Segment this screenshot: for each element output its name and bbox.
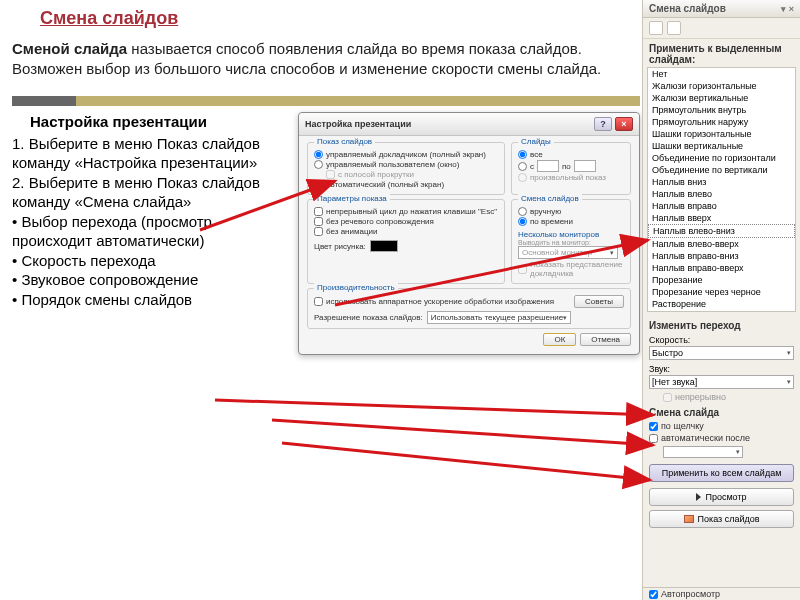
check-scrollbar: с полосой прокрутки (326, 170, 498, 179)
speed-select[interactable]: Быстро▾ (649, 346, 794, 360)
radio-auto[interactable]: автоматический (полный экран) (314, 180, 498, 189)
help-icon[interactable]: ? (594, 117, 612, 131)
transition-item[interactable]: Наплыв вниз (648, 176, 795, 188)
sound-select[interactable]: [Нет звука]▾ (649, 375, 794, 389)
group-label: Несколько мониторов (518, 230, 624, 239)
transition-item[interactable]: Растворение (648, 298, 795, 310)
chevron-down-icon: ▾ (563, 314, 567, 322)
instructions-block: Настройка презентации 1. Выберите в меню… (12, 112, 290, 355)
transition-item[interactable]: Шашки вертикальные (648, 140, 795, 152)
to-input[interactable] (574, 160, 596, 172)
transition-item[interactable]: Наплыв влево (648, 188, 795, 200)
transition-item[interactable]: Объединение по горизонтали (648, 152, 795, 164)
home-icon[interactable] (667, 21, 681, 35)
chevron-down-icon: ▾ (787, 349, 791, 357)
resolution-select[interactable]: Использовать текущее разрешение▾ (427, 311, 572, 324)
dialog-title: Настройка презентации (305, 119, 411, 129)
transition-item[interactable]: Жалюзи вертикальные (648, 92, 795, 104)
svg-line-2 (215, 400, 653, 415)
check-no-anim[interactable]: без анимации (314, 227, 498, 236)
radio-all-slides[interactable]: все (518, 150, 624, 159)
instr-line: • Выбор перехода (просмотр происходит ав… (12, 213, 212, 250)
group-label: Производительность (314, 283, 398, 292)
svg-line-3 (272, 420, 653, 445)
group-label: Показ слайдов (314, 137, 375, 146)
transition-item[interactable]: Прямоугольник внутрь (648, 104, 795, 116)
transition-item[interactable]: Нет (648, 68, 795, 80)
intro-text: Сменой слайда называется способ появлени… (12, 39, 640, 78)
transition-item[interactable]: Шашки горизонтальные (648, 128, 795, 140)
chevron-down-icon: ▾ (787, 378, 791, 386)
transition-item[interactable]: Объединение по вертикали (648, 164, 795, 176)
check-on-click[interactable]: по щелчку (649, 421, 794, 431)
transition-item[interactable]: Наплыв вверх (648, 212, 795, 224)
group-show-type: Показ слайдов управляемый докладчиком (п… (307, 142, 505, 195)
ok-button[interactable]: ОК (543, 333, 576, 346)
sound-label: Звук: (649, 364, 794, 374)
instr-line: • Звуковое сопровождение (12, 271, 198, 288)
slideshow-icon (684, 515, 694, 523)
transition-item[interactable]: Прорезание через черное (648, 286, 795, 298)
instr-line: 2. Выберите в меню Показ слайдов команду… (12, 174, 260, 211)
pen-color-select[interactable] (370, 240, 398, 252)
transition-item[interactable]: Наплыв вправо-вниз (648, 250, 795, 262)
slideshow-button[interactable]: Показ слайдов (649, 510, 794, 528)
tips-button[interactable]: Советы (574, 295, 624, 308)
instructions-heading: Настройка презентации (12, 112, 290, 132)
apply-section-label: Применить к выделенным слайдам: (643, 39, 800, 67)
check-auto-after[interactable]: автоматически после (649, 433, 794, 443)
play-icon (696, 493, 701, 501)
transition-item[interactable]: Наплыв вправо (648, 200, 795, 212)
svg-line-4 (282, 443, 650, 480)
preview-button[interactable]: Просмотр (649, 488, 794, 506)
transition-item[interactable]: Наплыв вправо-вверх (648, 262, 795, 274)
back-icon[interactable] (649, 21, 663, 35)
resolution-label: Разрешение показа слайдов: (314, 313, 423, 322)
group-label: Слайды (518, 137, 554, 146)
group-show-params: Параметры показа непрерывный цикл до наж… (307, 199, 505, 284)
page-title: Смена слайдов (12, 8, 640, 29)
auto-after-time[interactable]: ▾ (663, 446, 743, 458)
cancel-button[interactable]: Отмена (580, 333, 631, 346)
transition-item[interactable]: Жалюзи горизонтальные (648, 80, 795, 92)
setup-dialog: Настройка презентации ? × Показ слайдов … (298, 112, 640, 355)
check-no-narration[interactable]: без речевого сопровождения (314, 217, 498, 226)
monitor-label: Выводить на монитор: (518, 239, 624, 246)
modify-section-label: Изменить переход (643, 316, 800, 333)
transition-item[interactable]: Прямоугольник наружу (648, 116, 795, 128)
check-loop[interactable]: непрерывный цикл до нажатия клавиши "Esc… (314, 207, 498, 216)
check-hw-accel[interactable]: использовать аппаратное ускорение обрабо… (314, 297, 554, 306)
radio-custom: произвольный показ (518, 173, 624, 182)
group-label: Параметры показа (314, 194, 390, 203)
transition-item[interactable]: Наплыв влево-вверх (648, 238, 795, 250)
radio-timed[interactable]: по времени (518, 217, 624, 226)
apply-all-button[interactable]: Применить ко всем слайдам (649, 464, 794, 482)
intro-strong: Сменой слайда (12, 40, 127, 57)
transitions-list[interactable]: НетЖалюзи горизонтальныеЖалюзи вертикаль… (647, 67, 796, 312)
transition-item[interactable]: Наплыв влево-вниз (648, 224, 795, 238)
check-presenter-view: Показать представление докладчика (518, 260, 624, 278)
instr-line: 1. Выберите в меню Показ слайдов команду… (12, 135, 260, 172)
group-performance: Производительность использовать аппаратн… (307, 288, 631, 329)
group-advance: Смена слайдов вручную по времени Несколь… (511, 199, 631, 284)
check-autopreview[interactable]: Автопросмотр (649, 589, 794, 599)
pane-close-icon[interactable]: ▾ × (781, 4, 794, 14)
speed-label: Скорость: (649, 335, 794, 345)
group-slides-range: Слайды все спо произвольный показ (511, 142, 631, 195)
instr-line: • Порядок смены слайдов (12, 291, 192, 308)
chevron-down-icon: ▾ (610, 249, 614, 257)
pane-title: Смена слайдов (649, 3, 726, 14)
group-label: Смена слайдов (518, 194, 582, 203)
slide-transition-pane: Смена слайдов ▾ × Применить к выделенным… (642, 0, 800, 600)
close-icon[interactable]: × (615, 117, 633, 131)
advance-section-label: Смена слайда (643, 403, 800, 420)
from-input[interactable] (537, 160, 559, 172)
transition-item[interactable]: Плавное угасание (648, 310, 795, 312)
radio-speaker[interactable]: управляемый докладчиком (полный экран) (314, 150, 498, 159)
decorative-bar (12, 96, 640, 106)
radio-user[interactable]: управляемый пользователем (окно) (314, 160, 498, 169)
transition-item[interactable]: Прорезание (648, 274, 795, 286)
pen-color-label: Цвет рисунка: (314, 242, 366, 251)
radio-manual[interactable]: вручную (518, 207, 624, 216)
radio-range[interactable]: спо (518, 160, 624, 172)
